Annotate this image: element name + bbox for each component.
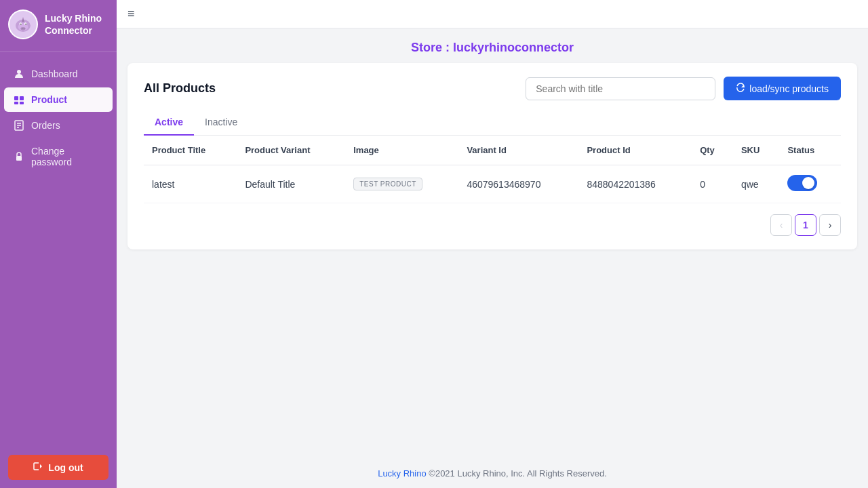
cell-image: TEST PRODUCT — [345, 165, 458, 203]
svg-rect-12 — [14, 96, 18, 100]
logo-avatar — [8, 9, 38, 39]
cell-product-title: latest — [144, 165, 237, 203]
sidebar-item-change-password[interactable]: Change password — [4, 139, 113, 174]
svg-rect-20 — [16, 156, 22, 161]
person-icon — [14, 68, 24, 79]
logout-section: Log out — [0, 447, 117, 488]
col-product-title: Product Title — [144, 136, 237, 165]
sidebar-item-orders[interactable]: Orders — [4, 113, 113, 138]
tab-active[interactable]: Active — [144, 111, 194, 136]
footer: Lucky Rhino ©2021 Lucky Rhino, Inc. All … — [117, 459, 868, 488]
svg-rect-15 — [20, 102, 24, 104]
sidebar-item-product[interactable]: Product — [4, 87, 113, 112]
logout-button[interactable]: Log out — [8, 455, 108, 480]
svg-rect-14 — [14, 102, 18, 104]
sidebar-item-label: Orders — [31, 120, 60, 131]
svg-rect-13 — [20, 96, 24, 100]
logout-icon — [33, 462, 43, 473]
footer-copyright: ©2021 Lucky Rhino, Inc. All Rights Reser… — [429, 468, 607, 479]
lock-icon — [14, 151, 24, 162]
cell-variant-id: 46079613468970 — [458, 165, 578, 203]
orders-icon — [14, 120, 24, 131]
cell-product-id: 8488042201386 — [578, 165, 692, 203]
sidebar-item-label: Dashboard — [31, 68, 78, 79]
table-row: latest Default Title TEST PRODUCT 460796… — [144, 165, 841, 203]
products-card: All Products load/sync products — [127, 63, 857, 249]
sidebar-item-label: Product — [31, 94, 67, 105]
col-variant-id: Variant Id — [458, 136, 578, 165]
topbar: ≡ — [117, 0, 868, 28]
product-icon — [14, 94, 24, 105]
pagination-page-1[interactable]: 1 — [795, 214, 816, 236]
svg-point-10 — [24, 28, 24, 29]
svg-point-5 — [20, 24, 22, 25]
sidebar-nav: Dashboard Product — [0, 55, 117, 447]
svg-point-8 — [20, 27, 25, 30]
rhino-logo-icon — [9, 11, 37, 38]
sidebar-item-dashboard[interactable]: Dashboard — [4, 62, 113, 86]
col-product-variant: Product Variant — [237, 136, 345, 165]
pagination-next[interactable]: › — [819, 214, 841, 236]
cell-status — [779, 165, 841, 203]
products-title: All Products — [144, 81, 216, 96]
col-sku: SKU — [733, 136, 779, 165]
cell-qty: 0 — [692, 165, 733, 203]
hamburger-icon[interactable]: ≡ — [127, 7, 135, 21]
svg-point-9 — [22, 28, 22, 29]
page-content: Store : luckyrhinoconnector All Products — [117, 28, 868, 459]
footer-brand-link[interactable]: Lucky Rhino — [378, 468, 427, 479]
store-name: luckyrhinoconnector — [453, 41, 574, 54]
pagination: ‹ 1 › — [144, 203, 841, 236]
products-actions: load/sync products — [526, 77, 841, 100]
sidebar-logo: Lucky Rhino Connector — [0, 0, 117, 49]
svg-marker-21 — [741, 85, 744, 87]
sidebar-logo-text: Lucky Rhino Connector — [45, 12, 102, 37]
status-toggle[interactable] — [787, 175, 817, 191]
search-input[interactable] — [526, 77, 715, 100]
col-product-id: Product Id — [578, 136, 692, 165]
main-content: ≡ Store : luckyrhinoconnector All Produc… — [117, 0, 868, 488]
sidebar-item-label: Change password — [31, 146, 103, 167]
col-image: Image — [345, 136, 458, 165]
col-status: Status — [779, 136, 841, 165]
image-badge: TEST PRODUCT — [353, 178, 422, 190]
tabs: Active Inactive — [144, 111, 841, 136]
sync-icon — [736, 83, 745, 94]
svg-point-6 — [25, 24, 26, 25]
store-header: Store : luckyrhinoconnector — [117, 28, 868, 63]
svg-point-11 — [17, 70, 21, 74]
sidebar: Lucky Rhino Connector Dashboard — [0, 0, 117, 488]
col-qty: Qty — [692, 136, 733, 165]
products-header: All Products load/sync products — [144, 77, 841, 100]
cell-product-variant: Default Title — [237, 165, 345, 203]
pagination-prev[interactable]: ‹ — [770, 214, 792, 236]
load-sync-button[interactable]: load/sync products — [724, 77, 841, 100]
cell-sku: qwe — [733, 165, 779, 203]
tab-inactive[interactable]: Inactive — [194, 111, 248, 136]
products-table: Product Title Product Variant Image Vari… — [144, 136, 841, 203]
